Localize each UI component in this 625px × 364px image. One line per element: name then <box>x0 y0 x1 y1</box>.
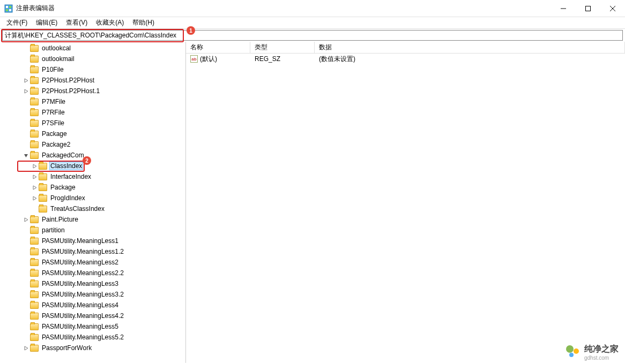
tree-item-label: PASMUtility.MeaningLess2.2 <box>41 269 125 277</box>
column-name[interactable]: 名称 <box>186 42 250 53</box>
tree-item[interactable]: PASMUtility.MeaningLess2.2 <box>0 268 185 278</box>
tree-item-label: ProgIdIndex <box>49 194 86 202</box>
tree-item-label: outlookcal <box>41 44 72 52</box>
folder-icon <box>30 131 39 138</box>
tree-item[interactable]: PASMUtility.MeaningLess2 <box>0 257 185 268</box>
tree-item[interactable]: outlookcal <box>0 43 185 54</box>
tree-item[interactable]: PASMUtility.MeaningLess5.2 <box>0 332 185 343</box>
tree-item[interactable]: TreatAsClassIndex <box>0 203 185 214</box>
tree-item-label: P7RFile <box>41 109 66 116</box>
window-controls <box>551 0 625 17</box>
menu-file[interactable]: 文件(F) <box>2 17 32 28</box>
tree-item[interactable]: P10File <box>0 64 185 75</box>
folder-icon <box>30 280 39 287</box>
tree-item[interactable]: P2PHost.P2PHost.1 <box>0 86 185 96</box>
tree-item-label: PASMUtility.MeaningLess3 <box>41 280 120 287</box>
watermark-icon <box>565 344 581 360</box>
tree-item-label: PASMUtility.MeaningLess5 <box>41 323 120 330</box>
chevron-right-icon[interactable] <box>31 164 38 169</box>
folder-icon <box>30 248 39 255</box>
tree-item-label: InterfaceIndex <box>49 173 92 180</box>
tree-item[interactable]: P7RFile <box>0 107 185 118</box>
content-area: outlookcaloutlookmailP10FileP2PHost.P2PH… <box>0 42 625 363</box>
svg-rect-3 <box>6 9 8 11</box>
tree-item-label: PASMUtility.MeaningLess5.2 <box>41 333 125 341</box>
tree-item-label: PackagedCom <box>41 151 85 159</box>
value-name: (默认) <box>200 55 217 64</box>
tree-item[interactable]: PASMUtility.MeaningLess1.2 <box>0 246 185 257</box>
tree-item-label: PASMUtility.MeaningLess2 <box>41 259 120 266</box>
tree-item-label: PASMUtility.MeaningLess1 <box>41 237 120 245</box>
tree-pane[interactable]: outlookcaloutlookmailP10FileP2PHost.P2PH… <box>0 42 186 363</box>
folder-icon <box>30 259 39 266</box>
tree-item[interactable]: PackagedCom <box>0 150 185 161</box>
tree-item[interactable]: ProgIdIndex <box>0 193 185 203</box>
annotation-callout-1: 1 <box>187 26 195 35</box>
tree-item-label: P2PHost.P2PHost <box>41 77 95 84</box>
tree-item[interactable]: Package2 <box>0 139 185 150</box>
maximize-button[interactable] <box>576 0 600 17</box>
tree-item-label: ClassIndex <box>49 162 83 170</box>
folder-icon <box>30 323 39 330</box>
tree-item[interactable]: Paint.Picture <box>0 214 185 225</box>
tree-item-label: PASMUtility.MeaningLess4 <box>41 301 120 309</box>
watermark: 纯净之家 gdhst.com <box>565 344 619 361</box>
tree-item-label: P7MFile <box>41 98 66 105</box>
chevron-right-icon[interactable] <box>31 175 38 179</box>
folder-icon <box>30 313 39 320</box>
folder-icon <box>30 302 39 309</box>
folder-icon <box>30 77 39 84</box>
folder-icon <box>39 184 47 191</box>
folder-icon <box>30 88 39 95</box>
tree-item-label: PassportForWork <box>41 344 93 352</box>
tree-item[interactable]: outlookmail <box>0 54 185 64</box>
folder-icon <box>30 152 39 159</box>
minimize-button[interactable] <box>551 0 576 17</box>
tree-item[interactable]: PassportForWork <box>0 343 185 353</box>
folder-icon <box>30 227 39 234</box>
svg-rect-2 <box>9 6 11 8</box>
watermark-sub: gdhst.com <box>584 355 619 361</box>
value-data: (数值未设置) <box>315 54 625 64</box>
column-data[interactable]: 数据 <box>315 42 625 53</box>
menubar: 文件(F) 编辑(E) 查看(V) 收藏夹(A) 帮助(H) <box>0 17 625 29</box>
tree-item[interactable]: PASMUtility.MeaningLess3.2 <box>0 289 185 300</box>
tree-item-label: Package2 <box>41 141 71 148</box>
folder-icon <box>30 109 39 116</box>
tree-item[interactable]: P7MFile <box>0 96 185 107</box>
tree-item[interactable]: PASMUtility.MeaningLess4.2 <box>0 310 185 321</box>
tree-item-label: P2PHost.P2PHost.1 <box>41 87 101 95</box>
menu-favorites[interactable]: 收藏夹(A) <box>92 17 128 28</box>
chevron-right-icon[interactable] <box>23 346 29 351</box>
tree-item-label: P10File <box>41 66 65 73</box>
tree-item-label: TreatAsClassIndex <box>49 205 106 213</box>
chevron-right-icon[interactable] <box>23 89 29 94</box>
chevron-right-icon[interactable] <box>23 78 29 83</box>
tree-item[interactable]: Package <box>0 128 185 139</box>
address-input[interactable] <box>2 30 623 41</box>
tree-item[interactable]: PASMUtility.MeaningLess1 <box>0 236 185 246</box>
close-button[interactable] <box>600 0 625 17</box>
tree-item[interactable]: P2PHost.P2PHost <box>0 75 185 86</box>
tree-item[interactable]: PASMUtility.MeaningLess3 <box>0 278 185 289</box>
menu-view[interactable]: 查看(V) <box>62 17 92 28</box>
tree-item[interactable]: PASMUtility.MeaningLess5 <box>0 321 185 332</box>
tree-item[interactable]: PASMUtility.MeaningLess4 <box>0 300 185 310</box>
tree-item[interactable]: ClassIndex <box>0 161 185 171</box>
menu-help[interactable]: 帮助(H) <box>128 17 159 28</box>
tree-item[interactable]: Package <box>0 182 185 193</box>
chevron-down-icon[interactable] <box>23 153 29 158</box>
tree-item[interactable]: partition <box>0 225 185 236</box>
menu-edit[interactable]: 编辑(E) <box>32 17 62 28</box>
list-row[interactable]: ab (默认) REG_SZ (数值未设置) <box>186 54 625 64</box>
tree-item[interactable]: InterfaceIndex <box>0 171 185 182</box>
chevron-right-icon[interactable] <box>31 185 38 190</box>
folder-icon <box>39 163 47 170</box>
column-type[interactable]: 类型 <box>250 42 315 53</box>
folder-icon <box>30 345 39 352</box>
chevron-right-icon[interactable] <box>31 196 38 201</box>
tree-item-label: P7SFile <box>41 119 65 127</box>
list-pane[interactable]: 名称 类型 数据 ab (默认) REG_SZ (数值未设置) <box>186 42 625 363</box>
chevron-right-icon[interactable] <box>23 217 29 222</box>
tree-item[interactable]: P7SFile <box>0 118 185 128</box>
